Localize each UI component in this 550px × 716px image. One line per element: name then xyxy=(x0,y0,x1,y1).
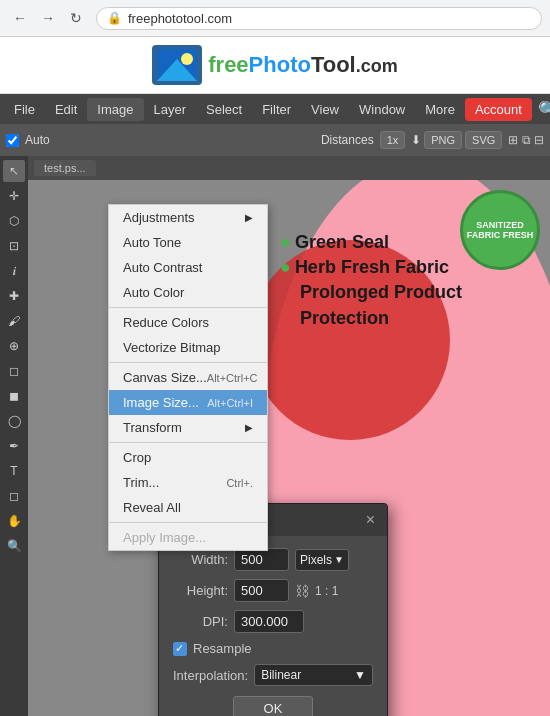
menu-auto-color[interactable]: Auto Color xyxy=(109,280,267,305)
image-size-label: Image Size... xyxy=(123,395,199,410)
menu-adjustments[interactable]: Adjustments ▶ xyxy=(109,205,267,230)
address-bar[interactable]: 🔒 freephototool.com xyxy=(96,7,542,30)
menu-auto-tone[interactable]: Auto Tone xyxy=(109,230,267,255)
tool-heal[interactable]: ✚ xyxy=(3,285,25,307)
menu-transform[interactable]: Transform ▶ xyxy=(109,415,267,440)
separator-4 xyxy=(109,522,267,523)
ok-row: OK xyxy=(173,696,373,716)
product-line4: Protection xyxy=(300,306,462,331)
width-row: Width: Pixels ▼ xyxy=(173,548,373,571)
tool-clone[interactable]: ⊕ xyxy=(3,335,25,357)
auto-label: Auto xyxy=(25,133,50,147)
interpolation-select[interactable]: Bilinear ▼ xyxy=(254,664,373,686)
logo-bar: freePhotoTool.com xyxy=(0,37,550,94)
interpolation-row: Interpolation: Bilinear ▼ xyxy=(173,664,373,686)
reduce-colors-label: Reduce Colors xyxy=(123,315,209,330)
auto-checkbox[interactable] xyxy=(6,134,19,147)
back-button[interactable]: ← xyxy=(8,6,32,30)
main-area: ↖ ✛ ⬡ ⊡ 𝒊 ✚ 🖌 ⊕ ◻ ◼ ◯ ✒ T ◻ ✋ 🔍 test.ps.… xyxy=(0,156,550,716)
menu-reveal-all[interactable]: Reveal All xyxy=(109,495,267,520)
canvas-tab[interactable]: test.ps... xyxy=(34,160,96,176)
png-button[interactable]: PNG xyxy=(424,131,462,149)
tool-lasso[interactable]: ⬡ xyxy=(3,210,25,232)
tool-crop[interactable]: ⊡ xyxy=(3,235,25,257)
tool-gradient[interactable]: ◼ xyxy=(3,385,25,407)
tool-shape[interactable]: ◻ xyxy=(3,485,25,507)
auto-contrast-label: Auto Contrast xyxy=(123,260,203,275)
menu-image[interactable]: Image xyxy=(87,98,143,121)
tool-hand[interactable]: ✋ xyxy=(3,510,25,532)
tool-zoom[interactable]: 🔍 xyxy=(3,535,25,557)
svg-button[interactable]: SVG xyxy=(465,131,502,149)
height-label: Height: xyxy=(173,583,228,598)
transform-arrow: ▶ xyxy=(245,422,253,433)
auto-tone-label: Auto Tone xyxy=(123,235,181,250)
crop-label: Crop xyxy=(123,450,151,465)
menu-file[interactable]: File xyxy=(4,98,45,121)
distances-label: Distances xyxy=(321,133,374,147)
adjustments-arrow: ▶ xyxy=(245,212,253,223)
menu-auto-contrast[interactable]: Auto Contrast xyxy=(109,255,267,280)
menu-apply-image: Apply Image... xyxy=(109,525,267,550)
adjustments-label: Adjustments xyxy=(123,210,195,225)
height-input[interactable] xyxy=(234,579,289,602)
menu-filter[interactable]: Filter xyxy=(252,98,301,121)
canvas-area: test.ps... SANITIZED FABRIC FRESH ●Green… xyxy=(28,156,550,716)
menu-right-icons: 🔍 ⛶ xyxy=(532,100,550,119)
reveal-all-label: Reveal All xyxy=(123,500,181,515)
menu-view[interactable]: View xyxy=(301,98,349,121)
seal-badge: SANITIZED FABRIC FRESH xyxy=(460,190,540,270)
apply-image-label: Apply Image... xyxy=(123,530,206,545)
ok-button[interactable]: OK xyxy=(233,696,314,716)
refresh-button[interactable]: ↻ xyxy=(64,6,88,30)
width-input[interactable] xyxy=(234,548,289,571)
logo-photo-text: Photo xyxy=(249,52,311,77)
image-dropdown-menu: Adjustments ▶ Auto Tone Auto Contrast Au… xyxy=(108,204,268,551)
forward-button[interactable]: → xyxy=(36,6,60,30)
menu-account[interactable]: Account xyxy=(465,98,532,121)
zoom-control[interactable]: 1x xyxy=(380,131,406,149)
product-line1: ●Green Seal xyxy=(280,230,462,255)
interpolation-arrow: ▼ xyxy=(354,668,366,682)
logo-container[interactable]: freePhotoTool.com xyxy=(152,45,398,85)
resample-checkbox[interactable] xyxy=(173,642,187,656)
ratio-label: 1 : 1 xyxy=(315,584,338,598)
logo-image xyxy=(152,45,202,85)
menu-layer[interactable]: Layer xyxy=(144,98,197,121)
download-icon: ⬇ xyxy=(411,133,421,147)
menu-image-size[interactable]: Image Size... Alt+Ctrl+I xyxy=(109,390,267,415)
tool-select[interactable]: ↖ xyxy=(3,160,25,182)
menu-trim[interactable]: Trim... Ctrl+. xyxy=(109,470,267,495)
pixels-select[interactable]: Pixels ▼ xyxy=(295,549,349,571)
toolbar-extra-icons: ⊞ ⧉ ⊟ xyxy=(508,133,544,147)
url-text: freephototool.com xyxy=(128,11,232,26)
menu-reduce-colors[interactable]: Reduce Colors xyxy=(109,310,267,335)
search-icon[interactable]: 🔍 xyxy=(538,100,550,119)
dialog-close-button[interactable]: × xyxy=(366,512,375,528)
vectorize-label: Vectorize Bitmap xyxy=(123,340,221,355)
menu-window[interactable]: Window xyxy=(349,98,415,121)
menu-more[interactable]: More xyxy=(415,98,465,121)
tool-eraser[interactable]: ◻ xyxy=(3,360,25,382)
auto-color-label: Auto Color xyxy=(123,285,184,300)
pixels-label: Pixels xyxy=(300,553,332,567)
tool-eyedropper[interactable]: 𝒊 xyxy=(3,260,25,282)
dpi-input[interactable] xyxy=(234,610,304,633)
tool-move[interactable]: ✛ xyxy=(3,185,25,207)
tool-text[interactable]: T xyxy=(3,460,25,482)
menu-canvas-size[interactable]: Canvas Size... Alt+Ctrl+C xyxy=(109,365,267,390)
menu-edit[interactable]: Edit xyxy=(45,98,87,121)
toolbox: ↖ ✛ ⬡ ⊡ 𝒊 ✚ 🖌 ⊕ ◻ ◼ ◯ ✒ T ◻ ✋ 🔍 xyxy=(0,156,28,716)
tool-dodge[interactable]: ◯ xyxy=(3,410,25,432)
export-buttons: ⬇ PNG SVG xyxy=(411,131,502,149)
logo-text: freePhotoTool.com xyxy=(208,52,398,78)
menu-crop[interactable]: Crop xyxy=(109,445,267,470)
tool-brush[interactable]: 🖌 xyxy=(3,310,25,332)
menu-vectorize[interactable]: Vectorize Bitmap xyxy=(109,335,267,360)
canvas-size-label: Canvas Size... xyxy=(123,370,207,385)
logo-free-text: free xyxy=(208,52,248,77)
interpolation-value: Bilinear xyxy=(261,668,301,682)
pixels-select-arrow: ▼ xyxy=(334,554,344,565)
tool-pen[interactable]: ✒ xyxy=(3,435,25,457)
menu-select[interactable]: Select xyxy=(196,98,252,121)
